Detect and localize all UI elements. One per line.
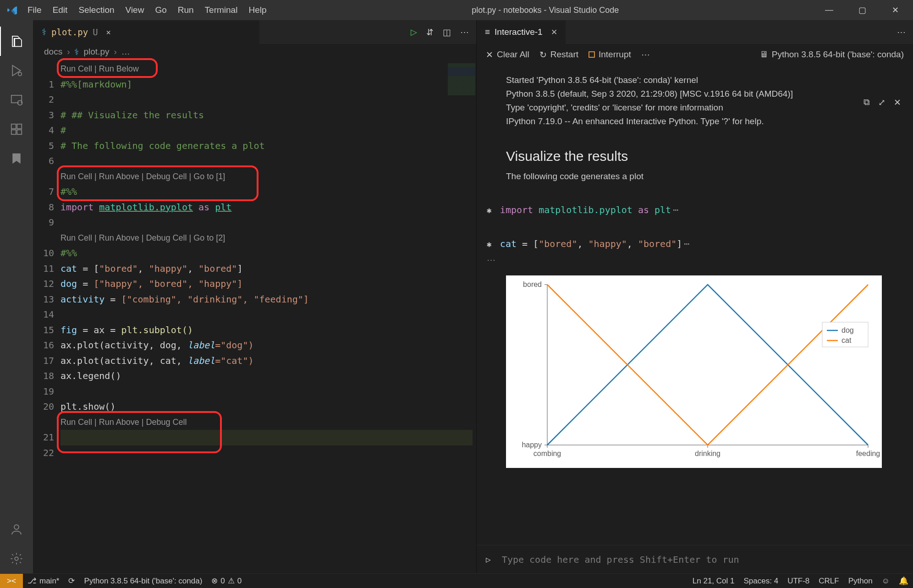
encoding-status[interactable]: UTF-8 [783, 577, 814, 586]
feedback-icon[interactable]: ☺ [877, 577, 894, 586]
tab-modified-indicator: U [93, 25, 98, 40]
language-mode[interactable]: Python [844, 577, 877, 586]
svg-text:dog: dog [842, 326, 854, 334]
markdown-heading: Visualize the results [506, 148, 903, 164]
account-icon[interactable] [0, 515, 33, 544]
git-branch[interactable]: ⎇main* [23, 576, 64, 586]
chevron-right-icon: › [114, 47, 116, 57]
menu-go[interactable]: Go [149, 3, 172, 17]
cell-more-icon[interactable]: ⋯ [487, 255, 903, 265]
explorer-icon[interactable] [0, 27, 33, 56]
split-editor-button[interactable]: ◫ [443, 27, 451, 38]
code-editor[interactable]: 1 2 3 4 5 6 7 8 9 10 11 12 13 14 15 [33, 60, 476, 573]
execute-button[interactable]: ▷ [486, 555, 491, 564]
tab-plot-py[interactable]: ⚕ plot.py U ✕ [33, 20, 259, 44]
window-minimize-button[interactable]: — [819, 5, 840, 15]
interactive-pane: ≡ Interactive-1 ✕ ⋯ ✕Clear All ↻Restart … [476, 20, 913, 573]
code-input[interactable]: Type code here and press Shift+Enter to … [502, 554, 739, 565]
interactive-tab-bar: ≡ Interactive-1 ✕ ⋯ [477, 20, 913, 44]
sync-button[interactable]: ⟳ [64, 576, 79, 586]
breadcrumb-folder[interactable]: docs [44, 47, 62, 57]
warning-icon: ⚠ [228, 576, 235, 586]
output-chart: boredhappycombingdrinkingfeedingdogcat [506, 275, 882, 468]
tab-close-button[interactable]: ✕ [106, 25, 111, 40]
menu-view[interactable]: View [120, 3, 150, 17]
svg-rect-6 [17, 124, 22, 129]
breadcrumb-more: … [121, 47, 130, 57]
svg-text:combing: combing [534, 450, 561, 457]
codelens-run-cell-4[interactable]: Run Cell | Run Above | Debug Cell [60, 415, 187, 430]
line-number-gutter: 1 2 3 4 5 6 7 8 9 10 11 12 13 14 15 [33, 60, 60, 573]
interactive-output: ⧉ ⤢ ✕ Started 'Python 3.8.5 64-bit ('bas… [477, 65, 913, 545]
title-bar: File Edit Selection View Go Run Terminal… [0, 0, 913, 20]
codelens-run-cell-1[interactable]: Run Cell | Run Below [60, 61, 139, 77]
restart-button[interactable]: ↻Restart [539, 49, 578, 60]
menu-file[interactable]: File [22, 3, 47, 17]
editor-more-button[interactable]: ⋯ [460, 27, 469, 38]
window-title: plot.py - notebooks - Visual Studio Code [272, 5, 819, 15]
kernel-startup-text: Started 'Python 3.8.5 64-bit ('base': co… [487, 73, 903, 128]
interpreter-status[interactable]: Python 3.8.5 64-bit ('base': conda) [79, 577, 207, 586]
cell-collapse-icon[interactable]: ✱ [487, 239, 492, 249]
window-close-button[interactable]: ✕ [885, 5, 906, 15]
editor-tab-bar: ⚕ plot.py U ✕ ▷ ⇵ ◫ ⋯ [33, 20, 476, 44]
notifications-icon[interactable]: 🔔 [894, 576, 913, 586]
vscode-logo-icon [7, 5, 17, 15]
expand-icon[interactable]: ⤢ [878, 97, 886, 108]
svg-text:happy: happy [522, 441, 542, 449]
run-file-button[interactable]: ▷ [411, 27, 417, 37]
svg-text:drinking: drinking [695, 450, 720, 457]
extensions-icon[interactable] [0, 115, 33, 144]
codelens-run-cell-3[interactable]: Run Cell | Run Above | Debug Cell | Go t… [60, 231, 225, 246]
tab-close-button[interactable]: ✕ [551, 27, 557, 37]
settings-gear-icon[interactable] [0, 544, 33, 573]
bookmark-icon[interactable] [0, 144, 33, 173]
server-icon: 🖥 [759, 49, 768, 60]
window-maximize-button[interactable]: ▢ [852, 5, 873, 15]
svg-text:cat: cat [842, 336, 852, 344]
menu-terminal[interactable]: Terminal [199, 3, 243, 17]
indentation-status[interactable]: Spaces: 4 [739, 577, 783, 586]
copy-icon[interactable]: ⧉ [864, 97, 870, 108]
git-compare-icon[interactable]: ⇵ [426, 27, 434, 38]
tab-interactive-1[interactable]: ≡ Interactive-1 ✕ [477, 20, 566, 44]
svg-point-0 [18, 72, 22, 76]
activity-bar [0, 20, 33, 573]
tab-filename: plot.py [51, 25, 88, 40]
stop-icon [588, 51, 595, 58]
menu-help[interactable]: Help [243, 3, 272, 17]
svg-rect-5 [17, 130, 22, 134]
menu-selection[interactable]: Selection [73, 3, 120, 17]
cell-collapse-icon[interactable]: ✱ [487, 205, 492, 215]
kernel-selector[interactable]: 🖥Python 3.8.5 64-bit ('base': conda) [759, 49, 904, 60]
code-content[interactable]: Run Cell | Run Below #%%[markdown] # ## … [60, 60, 476, 573]
editor-more-button[interactable]: ⋯ [897, 27, 906, 38]
cursor-position[interactable]: Ln 21, Col 1 [688, 577, 739, 586]
eol-status[interactable]: CRLF [814, 577, 843, 586]
clear-all-button[interactable]: ✕Clear All [486, 49, 529, 60]
run-debug-icon[interactable] [0, 56, 33, 85]
svg-point-7 [14, 525, 19, 529]
svg-point-8 [15, 557, 18, 561]
svg-rect-3 [11, 124, 16, 129]
interactive-icon: ≡ [485, 27, 490, 37]
interrupt-button[interactable]: Interrupt [588, 49, 631, 60]
close-icon: ✕ [486, 49, 493, 60]
executed-cell-2: ✱ cat = ["bored", "happy", "bored"]⋯ [487, 238, 903, 249]
close-icon[interactable]: ✕ [894, 97, 901, 108]
executed-cell-1: ✱ import matplotlib.pyplot as plt⋯ [487, 204, 903, 215]
menu-run[interactable]: Run [172, 3, 199, 17]
remote-explorer-icon[interactable] [0, 85, 33, 115]
problems-status[interactable]: ⊗0 ⚠0 [207, 576, 246, 586]
svg-rect-4 [11, 130, 16, 134]
codelens-run-cell-2[interactable]: Run Cell | Run Above | Debug Cell | Go t… [60, 169, 225, 185]
menu-edit[interactable]: Edit [47, 3, 73, 17]
line-chart: boredhappycombingdrinkingfeedingdogcat [506, 275, 882, 468]
error-icon: ⊗ [211, 576, 218, 586]
branch-icon: ⎇ [28, 576, 37, 586]
python-file-icon: ⚕ [41, 25, 47, 40]
toolbar-more-button[interactable]: ⋯ [641, 49, 650, 60]
breadcrumb[interactable]: docs › ⚕ plot.py › … [33, 44, 476, 60]
remote-indicator[interactable]: >< [0, 574, 23, 588]
breadcrumb-file[interactable]: plot.py [83, 47, 109, 57]
